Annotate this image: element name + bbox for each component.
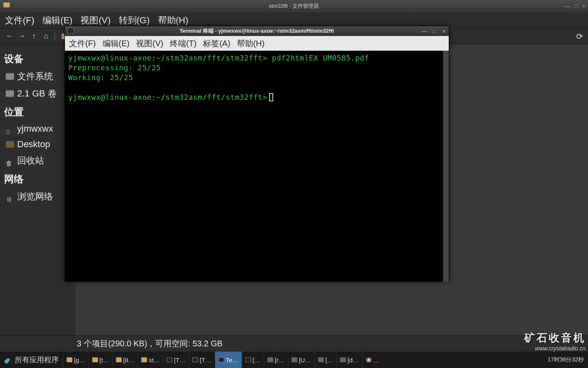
sidebar-item-home[interactable]: yjmwxwx xyxy=(4,121,71,137)
nav-home-icon[interactable]: ⌂ xyxy=(42,32,51,40)
file-manager-title: stm32fft - 文件管理器 xyxy=(269,2,319,10)
desktop-icon xyxy=(6,141,14,148)
terminal-window: Terminal 终端 - yjmwxwx@linux-axoe:~/stm32… xyxy=(65,26,449,281)
term-menu-tabs[interactable]: 标签(A) xyxy=(203,38,230,49)
taskbar-item[interactable]: [8… xyxy=(112,352,138,368)
taskbar-item-label: [r… xyxy=(275,357,285,364)
term-menu-view[interactable]: 视图(V) xyxy=(136,38,163,49)
taskbar: 所有应用程序 [g…[t…[8…st…[T…[T…Te…[…[r…[U…[…[d… xyxy=(0,352,588,368)
taskbar-item-label: Te… xyxy=(226,357,238,364)
term-menu-terminal[interactable]: 终端(T) xyxy=(170,38,197,49)
terminal-title: Terminal 终端 - yjmwxwx@linux-axoe:~/stm32… xyxy=(180,27,334,35)
maximize-button[interactable]: □ xyxy=(575,3,578,9)
sidebar-item-browse-network[interactable]: 浏览网络 xyxy=(4,188,71,205)
generic-icon xyxy=(340,357,346,362)
nav-up-icon[interactable]: ↑ xyxy=(29,32,38,40)
taskbar-item[interactable]: [U… xyxy=(288,352,314,368)
taskbar-item[interactable]: [… xyxy=(242,352,264,368)
start-menu-button[interactable]: 所有应用程序 xyxy=(0,352,63,368)
terminal-icon xyxy=(67,28,74,34)
taskbar-item[interactable]: [g… xyxy=(63,352,89,368)
terminal-prompt: yjmwxwx@linux-axoe:~/stm32asm/fft/stm32f… xyxy=(68,93,267,101)
nav-back-icon[interactable]: ← xyxy=(5,32,14,40)
taskbar-item-label: [T… xyxy=(200,357,211,364)
minimize-button[interactable]: — xyxy=(565,3,570,9)
sidebar-item-trash[interactable]: 回收站 xyxy=(4,152,71,169)
terminal-prompt: yjmwxwx@linux-axoe:~/stm32asm/fft/stm32f… xyxy=(68,54,267,62)
terminal-output-line: Working: 25/25 xyxy=(68,73,445,83)
sidebar-section-devices: 设备 xyxy=(4,52,71,65)
terminal-cursor xyxy=(269,93,273,101)
menu-help[interactable]: 帮助(H) xyxy=(158,14,189,27)
network-icon xyxy=(6,193,14,200)
term-menu-help[interactable]: 帮助(H) xyxy=(237,38,265,49)
taskbar-item-label: [t… xyxy=(100,357,109,364)
terminal-scrollbar[interactable] xyxy=(443,51,449,282)
term-menu-edit[interactable]: 编辑(E) xyxy=(102,38,130,49)
term-icon xyxy=(192,357,198,362)
taskbar-item-label: [… xyxy=(325,357,333,364)
taskbar-item-label: [g… xyxy=(74,357,85,364)
taskbar-item[interactable]: [… xyxy=(314,352,336,368)
taskbar-item[interactable]: [T… xyxy=(189,352,214,368)
folder-icon xyxy=(141,357,147,362)
trash-icon xyxy=(6,157,14,164)
taskbar-item[interactable]: Te… xyxy=(215,352,242,368)
refresh-icon[interactable]: ⟳ xyxy=(576,31,583,41)
file-manager-statusbar: 3 个项目(290.0 KB)，可用空间: 53.2 GB xyxy=(0,335,588,352)
taskbar-item-label: [8… xyxy=(123,357,135,364)
menu-go[interactable]: 转到(G) xyxy=(119,14,150,27)
chrome-icon xyxy=(366,357,372,362)
taskbar-item-label: [d… xyxy=(347,357,359,364)
close-button[interactable]: × xyxy=(582,3,586,9)
terminal-command: pdf2htmlEX UM0585.pdf xyxy=(267,54,369,62)
term-menu-file[interactable]: 文件(F) xyxy=(69,38,96,49)
clock[interactable]: 17时36分32秒 xyxy=(548,356,584,364)
sidebar-section-places: 位置 xyxy=(4,105,71,119)
taskbar-item[interactable]: [T… xyxy=(163,352,189,368)
terminal-titlebar[interactable]: Terminal 终端 - yjmwxwx@linux-axoe:~/stm32… xyxy=(65,26,449,36)
taskbar-item[interactable]: [d… xyxy=(336,352,362,368)
taskbar-item-label: [U… xyxy=(299,357,311,364)
terminal-output-line: Preprocessing: 25/25 xyxy=(68,63,445,73)
disk-icon xyxy=(6,90,14,97)
system-tray[interactable]: 17时36分32秒 xyxy=(543,356,588,364)
term-icon xyxy=(245,357,251,362)
nav-forward-icon[interactable]: → xyxy=(17,32,26,40)
menu-file[interactable]: 文件(F) xyxy=(5,14,34,27)
folder-icon xyxy=(116,357,122,362)
terminal-close-button[interactable]: × xyxy=(441,28,447,34)
sidebar-item-filesystem[interactable]: 文件系统 xyxy=(4,68,71,85)
terminal-maximize-button[interactable]: □ xyxy=(431,28,437,34)
taskbar-item[interactable]: st… xyxy=(138,352,163,368)
start-icon xyxy=(4,356,12,364)
folder-icon xyxy=(92,357,98,362)
sidebar-section-network: 网络 xyxy=(4,173,71,186)
folder-icon xyxy=(3,2,10,7)
taskbar-item[interactable]: [r… xyxy=(264,352,288,368)
taskbar-item-label: [… xyxy=(253,357,261,364)
taskbar-item-label: [T… xyxy=(174,357,185,364)
taskbar-item[interactable]: [t… xyxy=(89,352,112,368)
terminal-menubar: 文件(F) 编辑(E) 视图(V) 终端(T) 标签(A) 帮助(H) xyxy=(65,36,449,51)
term-icon xyxy=(218,357,224,362)
home-icon xyxy=(6,126,14,132)
taskbar-item[interactable]: … xyxy=(362,352,383,368)
term-icon xyxy=(167,357,172,362)
taskbar-item-label: … xyxy=(373,357,379,364)
menu-view[interactable]: 视图(V) xyxy=(80,14,110,27)
taskbar-item-label: st… xyxy=(149,357,160,364)
file-manager-titlebar: stm32fft - 文件管理器 — □ × xyxy=(0,0,588,12)
generic-icon xyxy=(318,357,324,362)
sidebar-item-desktop[interactable]: Desktop xyxy=(4,137,71,152)
menu-edit[interactable]: 编辑(E) xyxy=(42,14,72,27)
folder-icon xyxy=(67,357,72,362)
sidebar-item-volume[interactable]: 2.1 GB 卷 xyxy=(4,85,71,102)
generic-icon xyxy=(267,357,273,362)
generic-icon xyxy=(292,357,297,362)
disk-icon xyxy=(6,73,14,80)
terminal-minimize-button[interactable]: — xyxy=(421,28,428,34)
terminal-content[interactable]: yjmwxwx@linux-axoe:~/stm32asm/fft/stm32f… xyxy=(65,51,449,282)
